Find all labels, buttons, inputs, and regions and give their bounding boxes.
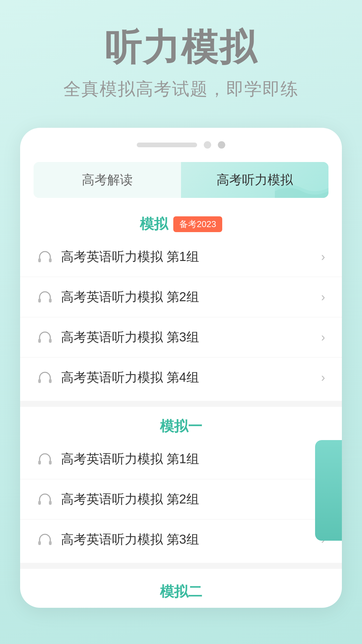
section-divider-1 [20, 401, 342, 407]
headphone-icon-m1-2 [37, 491, 53, 507]
svg-rect-13 [49, 541, 52, 545]
list-item-moni-2[interactable]: 高考英语听力模拟 第2组 › [20, 277, 342, 317]
svg-rect-10 [38, 501, 41, 505]
section-moni-title: 模拟 [140, 215, 168, 233]
main-title: 听力模拟 [20, 27, 342, 67]
list-item-moni1-1[interactable]: 高考英语听力模拟 第1组 › [20, 439, 342, 479]
list-item-moni1-2-text: 高考英语听力模拟 第2组 [61, 491, 321, 508]
list-item-moni1-1-text: 高考英语听力模拟 第1组 [61, 450, 321, 468]
section-moni1-list: 高考英语听力模拟 第1组 › 高考英语听力模拟 第2组 › 高考英语听力模拟 第… [20, 439, 342, 559]
list-item-moni-4-text: 高考英语听力模拟 第4组 [61, 369, 321, 386]
chevron-icon-2: › [321, 290, 325, 304]
svg-rect-3 [49, 299, 52, 303]
svg-rect-7 [49, 379, 52, 383]
sub-title: 全真模拟高考试题，即学即练 [20, 77, 342, 101]
indicator-dot-1 [204, 141, 211, 149]
list-item-moni-3-text: 高考英语听力模拟 第3组 [61, 329, 321, 346]
section-moni-header: 模拟 备考2023 [20, 208, 342, 237]
svg-rect-2 [38, 299, 41, 303]
svg-rect-11 [49, 501, 52, 505]
section-moni-list: 高考英语听力模拟 第1组 › 高考英语听力模拟 第2组 › 高考英语听力模拟 第… [20, 237, 342, 397]
tab-gaokao-moni[interactable]: 高考听力模拟 [181, 162, 328, 198]
section-moni1-title: 模拟一 [160, 417, 202, 436]
section-moni1-header: 模拟一 [20, 410, 342, 439]
card-indicators [20, 141, 342, 149]
list-item-moni-4[interactable]: 高考英语听力模拟 第4组 › [20, 358, 342, 397]
list-item-moni-3[interactable]: 高考英语听力模拟 第3组 › [20, 317, 342, 358]
phone-card: 高考解读 高考听力模拟 模拟 备考2023 高考英语听力模拟 第1组 › [20, 128, 342, 608]
svg-rect-0 [38, 258, 41, 262]
svg-rect-5 [49, 339, 52, 343]
svg-rect-12 [38, 541, 41, 545]
list-item-moni-1[interactable]: 高考英语听力模拟 第1组 › [20, 237, 342, 277]
section-moni2-title: 模拟二 [160, 582, 202, 601]
list-item-moni1-2[interactable]: 高考英语听力模拟 第2组 › [20, 479, 342, 520]
chevron-icon-4: › [321, 371, 325, 385]
svg-rect-8 [38, 461, 41, 465]
headphone-icon-m1-3 [37, 532, 53, 548]
tab-gaokao-jiedu[interactable]: 高考解读 [34, 162, 181, 198]
list-item-moni-1-text: 高考英语听力模拟 第1组 [61, 248, 321, 265]
header: 听力模拟 全真模拟高考试题，即学即练 [0, 0, 362, 114]
svg-rect-6 [38, 379, 41, 383]
indicator-bar [137, 143, 197, 147]
svg-rect-1 [49, 258, 52, 262]
svg-rect-9 [49, 461, 52, 465]
indicator-dot-2 [218, 141, 225, 149]
headphone-icon-m1-1 [37, 451, 53, 467]
list-item-moni1-3-text: 高考英语听力模拟 第3组 [61, 531, 321, 548]
teal-decoration [315, 440, 342, 541]
chevron-icon-3: › [321, 330, 325, 344]
tab-wave-decoration [275, 178, 328, 198]
section-divider-2 [20, 563, 342, 569]
section-moni2-header: 模拟二 [20, 572, 342, 608]
headphone-icon-3 [37, 329, 53, 345]
chevron-icon-1: › [321, 250, 325, 264]
headphone-icon-4 [37, 370, 53, 386]
list-item-moni-2-text: 高考英语听力模拟 第2组 [61, 288, 321, 306]
headphone-icon-1 [37, 249, 53, 265]
svg-rect-4 [38, 339, 41, 343]
headphone-icon-2 [37, 289, 53, 305]
section-moni-badge: 备考2023 [173, 216, 222, 232]
list-item-moni1-3[interactable]: 高考英语听力模拟 第3组 › [20, 520, 342, 559]
tab-row: 高考解读 高考听力模拟 [34, 162, 328, 198]
tab-gaokao-jiedu-label: 高考解读 [82, 173, 133, 187]
